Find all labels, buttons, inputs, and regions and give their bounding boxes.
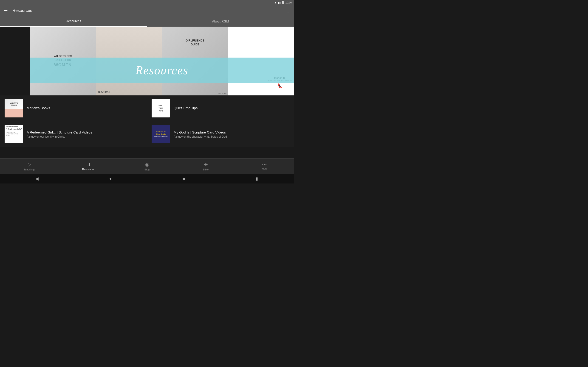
hero-banner: WILDERNESSSKILLS FORWOMEN N JORDAN GIRLF… — [30, 27, 294, 95]
nav-label-teachings: Teachings — [24, 168, 35, 171]
resource-thumb-my-god-is: MY GOD ISBible Study A Minutes in the Wo… — [152, 125, 170, 143]
resource-info-quiet-time: Quiet Time Tips — [174, 106, 198, 111]
bible-icon: ✚ — [204, 162, 208, 167]
resource-desc-redeemed-girl: A study on our identity in Christ — [27, 135, 92, 138]
resource-name-my-god-is: My God Is | Scripture Card Videos — [174, 130, 227, 134]
tab-resources[interactable]: Resources — [0, 16, 147, 27]
back-button[interactable]: ◀ — [35, 176, 39, 181]
status-bar: ▲ ▮▮ ▓ 10:26 — [0, 0, 294, 5]
toolbar: ☰ Resources ⋮ — [0, 5, 294, 16]
resource-name-quiet-time: Quiet Time Tips — [174, 106, 198, 110]
nav-item-resources[interactable]: □ Resources — [59, 158, 118, 174]
recents-button[interactable]: ■ — [182, 176, 185, 181]
nav-label-more: More — [262, 167, 267, 170]
nav-label-resources: Resources — [82, 168, 95, 171]
home-button[interactable]: ● — [109, 176, 112, 181]
nav-label-bible: Bible — [203, 168, 208, 171]
tab-about-rgm[interactable]: About RGM — [147, 16, 294, 27]
nav-item-more[interactable]: ••• More — [235, 158, 294, 174]
signal-icon: ▮▮ — [278, 1, 281, 4]
time-display: 10:26 — [285, 1, 292, 4]
resource-info-marians-books: Marian's Books — [27, 106, 50, 111]
toolbar-title: Resources — [12, 8, 286, 13]
resource-card-redeemed-girl[interactable]: SCRIPTURE CARD A Redeemed Girl Bible Stu… — [0, 121, 147, 147]
resource-info-my-god-is: My God Is | Scripture Card Videos A stud… — [174, 130, 227, 138]
nav-item-teachings[interactable]: ▷ Teachings — [0, 158, 59, 174]
content-area: MARIAN'SBOOKS Marian's Books QUIETTIMETI… — [0, 95, 294, 165]
resource-card-quiet-time[interactable]: QUIETTIMETIPS Quiet Time Tips — [147, 95, 294, 121]
banner-overlay: Resources — [30, 58, 294, 83]
resource-thumb-redeemed-girl: SCRIPTURE CARD A Redeemed Girl Bible Stu… — [5, 125, 23, 143]
resources-icon: □ — [87, 162, 90, 167]
nav-item-blog[interactable]: ◉ Blog — [118, 158, 176, 174]
more-options-icon[interactable]: ⋮ — [286, 8, 290, 13]
nav-item-bible[interactable]: ✚ Bible — [176, 158, 235, 174]
resource-grid: MARIAN'SBOOKS Marian's Books QUIETTIMETI… — [0, 95, 294, 147]
wifi-icon: ▲ — [274, 1, 277, 4]
battery-icon: ▓ — [282, 1, 284, 4]
blog-icon: ◉ — [145, 162, 149, 167]
menu-icon[interactable]: ☰ — [4, 8, 8, 13]
left-sidebar — [0, 27, 30, 95]
tab-bar: Resources About RGM — [0, 16, 294, 27]
collage-text-3: GIRLFRIENDSGUIDE — [186, 39, 204, 47]
teachings-icon: ▷ — [28, 162, 31, 167]
resource-thumb-marians-books: MARIAN'SBOOKS — [5, 99, 23, 117]
more-icon: ••• — [262, 163, 267, 166]
resource-info-redeemed-girl: A Redeemed Girl... | Scripture Card Vide… — [27, 130, 92, 138]
bottom-nav: ▷ Teachings □ Resources ◉ Blog ✚ Bible •… — [0, 158, 294, 174]
resource-name-marians-books: Marian's Books — [27, 106, 50, 110]
system-nav: ◀ ● ■ ⣿ — [0, 174, 294, 184]
resource-desc-my-god-is: A study on the character + attributes of… — [174, 135, 227, 138]
resource-card-my-god-is[interactable]: MY GOD ISBible Study A Minutes in the Wo… — [147, 121, 294, 147]
keyboard-icon[interactable]: ⣿ — [256, 176, 259, 181]
resource-card-marians-books[interactable]: MARIAN'SBOOKS Marian's Books — [0, 95, 147, 121]
banner-resources-text: Resources — [136, 64, 188, 77]
nav-label-blog: Blog — [145, 168, 149, 171]
resource-name-redeemed-girl: A Redeemed Girl... | Scripture Card Vide… — [27, 130, 92, 134]
resource-thumb-quiet-time: QUIETTIMETIPS — [152, 99, 170, 117]
